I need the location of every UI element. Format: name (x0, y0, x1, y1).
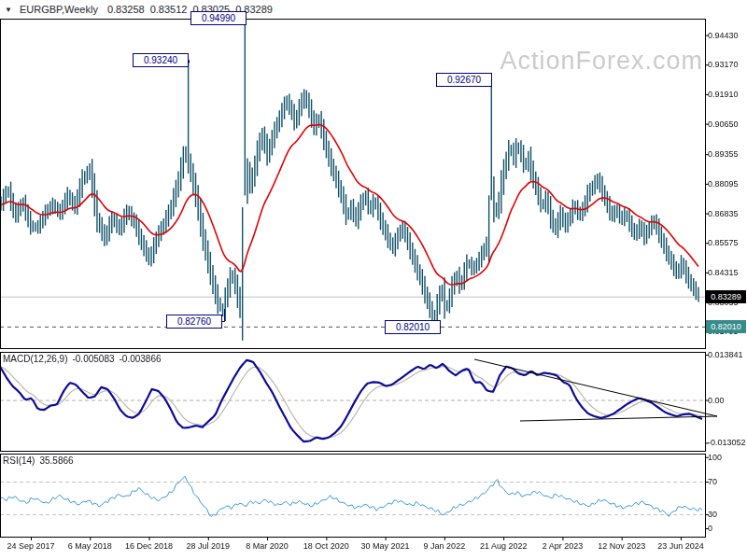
date-axis-label: 18 Oct 2020 (303, 541, 349, 551)
macd-signal-value: -0.003866 (120, 354, 162, 364)
rsi-axis-tick: 100 (708, 453, 722, 462)
macd-value: -0.005083 (72, 354, 114, 364)
symbol-timeframe-label: EURGBP,Weekly (20, 4, 98, 15)
price-annotation[interactable]: 0.94990 (190, 11, 247, 25)
date-axis-label: 9 Jan 2022 (424, 541, 466, 551)
current-price-box: 0.83289 (706, 290, 746, 303)
macd-axis-tick: 0.00 (708, 396, 725, 405)
rsi-axis-tick: 0 (708, 524, 712, 533)
date-axis-label: 23 Jun 2024 (657, 541, 704, 551)
date-axis-label: 21 Aug 2022 (480, 541, 528, 551)
high-value: 0.83512 (150, 4, 188, 15)
price-axis-tick: 0.88095 (708, 179, 739, 189)
price-annotation[interactable]: 0.82760 (166, 315, 222, 329)
rsi-indicator-label: RSI(14) 35.5866 (3, 455, 74, 466)
price-axis-tick: 0.90650 (708, 119, 739, 129)
date-axis-label: 16 Dec 2018 (125, 541, 173, 551)
chart-header: ▼ EURGBP,Weekly 0.83258 0.83512 0.83025 … (0, 0, 747, 19)
price-axis-tick: 0.85575 (708, 238, 739, 247)
macd-name: MACD(12,26,9) (3, 354, 67, 364)
rsi-name: RSI(14) (3, 455, 35, 466)
macd-axis-tick: -0.013052 (708, 438, 746, 447)
macd-axis-tick: 0.013841 (708, 350, 743, 359)
rsi-value: 35.5866 (39, 455, 73, 466)
date-axis-label: 28 Jul 2019 (187, 541, 231, 551)
dropdown-icon[interactable]: ▼ (5, 6, 12, 14)
chart-window: ▼ EURGBP,Weekly 0.83258 0.83512 0.83025 … (0, 0, 747, 560)
date-axis-label: 6 May 2018 (68, 541, 112, 551)
rsi-axis-tick: 30 (708, 510, 717, 519)
price-axis-tick: 0.91910 (708, 90, 739, 99)
date-axis-label: 12 Nov 2023 (598, 541, 645, 551)
price-annotation[interactable]: 0.82010 (385, 320, 441, 334)
price-annotation[interactable]: 0.93240 (133, 53, 189, 67)
date-axis-label: 2 Apr 2023 (543, 541, 584, 551)
price-axis-tick: 0.89355 (708, 149, 739, 159)
price-axis-tick: 0.86835 (708, 209, 739, 218)
date-axis-label: 30 May 2021 (361, 541, 410, 551)
open-value: 0.83258 (107, 4, 145, 15)
chart-canvas[interactable] (0, 0, 747, 560)
price-axis-tick: 0.93170 (708, 60, 739, 69)
rsi-axis-tick: 70 (708, 477, 717, 486)
price-axis-tick: 0.84315 (708, 268, 739, 277)
support-price-box: 0.82010 (706, 320, 746, 333)
macd-indicator-label: MACD(12,26,9) -0.005083 -0.003866 (3, 354, 162, 364)
price-annotation[interactable]: 0.92670 (436, 73, 492, 87)
price-axis-tick: 0.94430 (708, 31, 739, 40)
date-axis-label: 8 Mar 2020 (246, 541, 289, 551)
date-axis-label: 24 Sep 2017 (7, 541, 54, 551)
